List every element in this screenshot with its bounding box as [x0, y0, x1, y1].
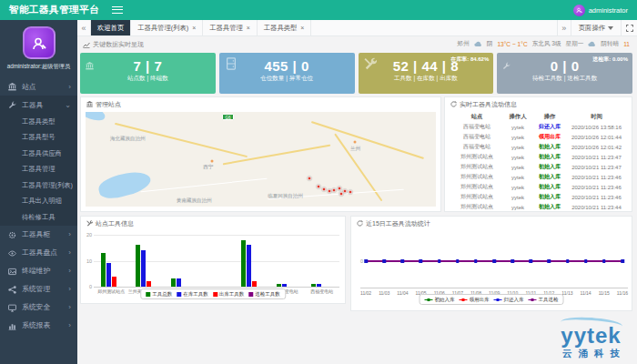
cell-time: 2020/10/26 12:01:42 — [567, 145, 626, 150]
legend-swatch — [213, 292, 217, 297]
sidebar-profile: administrator:超级管理员 — [0, 20, 77, 71]
sidebar-subitem-工器具管理(列表)[interactable]: 工器具管理(列表) — [0, 177, 77, 194]
station-marker[interactable] — [317, 185, 321, 189]
bar-在库工具数 — [177, 278, 181, 287]
sidebar-item-站点[interactable]: 站点› — [0, 77, 77, 96]
legend-label: 领用出库 — [470, 297, 490, 303]
page-actions-dropdown[interactable]: 页面操作 — [571, 20, 621, 35]
bar-chart: 01020 郑州测试站点兰州美威源变电站海石湾变电站和平变电站高速变电站广设变电… — [94, 235, 339, 287]
flow-table-row: 郑州测试站点yytek初始入库2020/10/21 11:23:47 — [450, 162, 626, 172]
column-header: 站点 — [450, 113, 503, 121]
bar-在库工具数 — [247, 245, 251, 287]
legend-item-送检工具数[interactable]: 送检工具数 — [248, 291, 280, 298]
bar-工具总数 — [241, 240, 246, 287]
bar-group-bars — [207, 235, 228, 287]
station-marker[interactable] — [327, 189, 331, 194]
stat-card-0[interactable]: 7 | 7站点数 | 终端数 — [80, 53, 216, 94]
tab-工器具管理[interactable]: 工器具管理× — [203, 20, 258, 35]
app-title: 智能工器具管理平台 — [0, 4, 99, 16]
flow-panel-header: 实时工器具流动信息 — [445, 97, 632, 111]
station-marker[interactable] — [321, 187, 326, 192]
topbar-user[interactable]: administrator — [573, 5, 637, 16]
person-icon — [32, 35, 46, 51]
legend-label: 送检工具数 — [255, 291, 280, 298]
linechart-icon — [83, 40, 90, 47]
cell-time: 2020/10/21 11:23:46 — [567, 185, 626, 190]
sidebar-subitem-工器具供应商[interactable]: 工器具供应商 — [0, 146, 77, 162]
close-icon[interactable]: × — [247, 25, 250, 31]
stat-card-3[interactable]: 送检率: 0.00%0 | 0待检工具数 | 送检工具数 — [497, 53, 632, 94]
station-marker[interactable] — [338, 187, 342, 191]
cell-operator: yytek — [503, 135, 532, 140]
bar-出库工具数 — [112, 277, 116, 287]
flow-table: 站点操作人操作时间西福变电站yytek归还入库2020/10/26 13:58:… — [450, 112, 626, 212]
fullscreen-icon[interactable] — [621, 20, 637, 35]
legend-item-初始入库[interactable]: 初始入库 — [425, 297, 455, 303]
realtime-flow-panel: 实时工器具流动信息 站点操作人操作时间西福变电站yytek归还入库2020/10… — [444, 96, 632, 212]
card-value: 7 | 7 — [80, 53, 216, 74]
sidebar-item-工器具盘点[interactable]: 工器具盘点› — [0, 244, 77, 262]
sidebar-item-终端维护[interactable]: 终端维护› — [0, 262, 77, 280]
weather-cond: 阴 — [487, 40, 493, 48]
sidebar-subitem-工器具管理[interactable]: 工器具管理 — [0, 162, 77, 178]
sidebar-item-系统报表[interactable]: 系统报表› — [0, 317, 77, 335]
map[interactable]: G6 海北藏族自治州西宁兰州临夏回族自治州黄南藏族自治州 — [86, 112, 436, 207]
tabs-scroll-left-button[interactable]: « — [77, 20, 91, 35]
tab-工器具管理(列表)[interactable]: 工器具管理(列表)× — [131, 20, 203, 35]
stat-card-2[interactable]: 在库率: 84.62%52 | 44 | 8工具数 | 在库数 | 出库数 — [359, 53, 494, 94]
tab-工器具类型[interactable]: 工器具类型× — [258, 20, 312, 35]
cloud-icon — [588, 41, 596, 48]
station-marker[interactable] — [339, 192, 344, 197]
station-marker[interactable] — [332, 188, 337, 193]
close-icon[interactable]: × — [192, 25, 196, 31]
sidebar-subitem-工具出入明细[interactable]: 工具出入明细 — [0, 194, 77, 210]
card-cabinet-icon — [225, 57, 238, 74]
legend-item-归还入库[interactable]: 归还入库 — [494, 297, 524, 303]
legend-item-领用出库[interactable]: 领用出库 — [460, 297, 490, 303]
flow-table-row: 西福变电站yytek初始入库2020/10/26 12:01:42 — [450, 142, 626, 152]
station-marker[interactable] — [348, 190, 352, 195]
sidebar-item-工器具[interactable]: 工器具⌄ — [0, 96, 77, 114]
cell-operation: 初始入库 — [532, 153, 567, 161]
city-dot — [210, 160, 213, 163]
sidebar-group-5: 系统管理› — [0, 280, 77, 298]
station-marker[interactable] — [308, 176, 312, 180]
legend-marker — [529, 298, 537, 302]
tab-label: 工器具类型 — [264, 24, 297, 33]
bar-出库工具数 — [147, 281, 151, 287]
sidebar-item-label: 工器具盘点 — [22, 248, 68, 258]
station-tools-chart-panel: 站点工具信息 01020 郑州测试站点兰州美威源变电站海石湾变电站和平变电站高速… — [80, 216, 346, 304]
stat-card-1[interactable]: 455 | 0仓位数量 | 异常仓位 — [219, 53, 355, 94]
tabs-scroll-right-button[interactable]: » — [557, 20, 571, 35]
cell-operator: yytek — [503, 185, 532, 190]
profile-avatar[interactable] — [23, 26, 56, 59]
map-road — [311, 121, 424, 159]
cell-station: 郑州测试站点 — [450, 203, 503, 211]
map-label-西宁: 西宁 — [203, 164, 213, 170]
sidebar-item-工器具柜[interactable]: 工器具柜› — [0, 226, 77, 244]
username: administrator — [589, 6, 628, 15]
x-axis-tick: 11/04 — [397, 290, 408, 296]
bar-在库工具数 — [141, 250, 146, 287]
legend-item-工具送检[interactable]: 工具送检 — [529, 297, 559, 303]
legend-item-在库工具数[interactable]: 在库工具数 — [177, 291, 208, 298]
cell-operation: 初始入库 — [532, 193, 567, 201]
legend-item-工具总数[interactable]: 工具总数 — [146, 291, 172, 298]
hamburger-menu-icon[interactable] — [112, 6, 123, 14]
sidebar-group-7: 系统报表› — [0, 317, 77, 335]
sidebar-subitem-工器具类型[interactable]: 工器具类型 — [0, 114, 77, 130]
chart-icon — [8, 318, 18, 334]
flow-table-row: 郑州测试站点yytek初始入库2020/10/21 11:23:46 — [450, 172, 626, 182]
sidebar-item-系统管理[interactable]: 系统管理› — [0, 280, 77, 298]
line-marker — [438, 259, 441, 263]
sidebar-subitem-待检修工具[interactable]: 待检修工具 — [0, 209, 77, 226]
sidebar-subitem-工器具型号[interactable]: 工器具型号 — [0, 130, 77, 147]
tab-欢迎首页[interactable]: 欢迎首页 — [91, 20, 131, 35]
key-data-label: 关键数据实时呈现 — [77, 40, 144, 49]
legend-item-出库工具数[interactable]: 出库工具数 — [213, 291, 245, 298]
map-label-海北藏族自治州: 海北藏族自治州 — [110, 136, 146, 142]
card-wrench-icon — [502, 57, 511, 74]
close-icon[interactable]: × — [300, 25, 304, 31]
sidebar-item-系统安全[interactable]: 系统安全› — [0, 298, 77, 317]
flow-table-row: 郑州测试站点yytek初始入库2020/10/21 11:23:46 — [450, 192, 626, 202]
